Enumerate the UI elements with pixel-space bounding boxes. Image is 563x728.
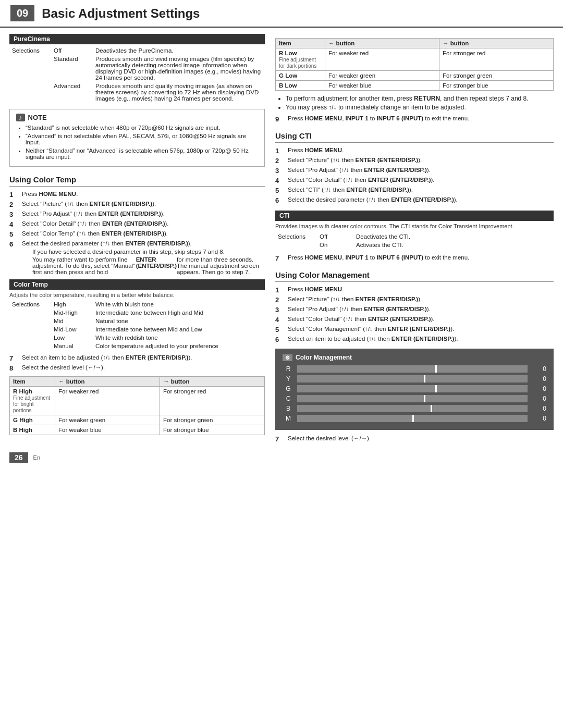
- bold-enter-cm5: ENTER (ENTER/DISP.): [388, 326, 451, 332]
- purecinema-section: PureCinema Selections Off Deactivates th…: [9, 34, 265, 103]
- purecinema-desc-off: Deactivates the PureCinema.: [93, 46, 265, 55]
- bold-enter-cti6: ENTER (ENTER/DISP.): [391, 196, 454, 203]
- cm-marker-y: [424, 375, 425, 382]
- table-row: Mid-Low Intermediate tone between Mid an…: [9, 325, 265, 334]
- table-row: Mid-High Intermediate tone between High …: [9, 309, 265, 317]
- cti-step-num-4: 4: [275, 177, 286, 184]
- table-row: B Low For weaker blue For stronger blue: [276, 81, 554, 91]
- adj-item-rhigh-note: Fine adjustment for bright portions: [13, 395, 50, 413]
- table-row: On Activates the CTI.: [275, 241, 554, 249]
- bold-input1-cti7: INPUT 1: [346, 254, 369, 261]
- ct-desc-mid: Natural tone: [93, 317, 265, 325]
- cm-step-num-7: 7: [275, 435, 286, 443]
- bold-enter-cti2: ENTER (ENTER/DISP.): [356, 157, 419, 163]
- adj-item-rhigh: R High Fine adjustment for bright portio…: [10, 387, 55, 415]
- cm-bar-m: [297, 415, 528, 422]
- cti-box: CTI Provides images with clearer color c…: [275, 211, 554, 249]
- cti-step-text-4: Select "Color Detail" (↑/↓ then ENTER (E…: [288, 177, 554, 183]
- list-item: 1 Press HOME MENU.: [275, 147, 554, 155]
- step9-container: 9 Press HOME MENU, INPUT 1 to INPUT 6 (I…: [275, 115, 554, 123]
- ct-label-blank3: [9, 325, 51, 334]
- cti-step-num-3: 3: [275, 167, 286, 175]
- list-item: 4 Select "Color Detail" (↑/↓ then ENTER …: [275, 316, 554, 324]
- bold-home-menu-cti7: HOME MENU: [305, 254, 342, 261]
- cti-label-selections: Selections: [275, 232, 317, 241]
- note-item-2: “Advanced” is not selectable when PAL, S…: [26, 133, 258, 145]
- adj-left-glow: For weaker green: [325, 71, 439, 81]
- cti-step-text-1: Press HOME MENU.: [288, 147, 554, 153]
- table-row: Standard Produces smooth and vivid movin…: [9, 55, 265, 82]
- list-item: 4 Select "Color Detail" (↑/↓ then ENTER …: [275, 177, 554, 184]
- bold-input6-cti7: INPUT 6 (INPUT): [377, 254, 423, 261]
- color-temp-header: Color Temp: [9, 279, 265, 290]
- bold-enter-cm3: ENTER (ENTER/DISP.): [364, 306, 427, 312]
- purecinema-desc-advanced: Produces smooth and quality moving image…: [93, 82, 265, 103]
- list-item: 1 Press HOME MENU.: [9, 191, 265, 199]
- cm-value-m: 0: [531, 415, 546, 422]
- cm-marker-m: [412, 415, 414, 422]
- cm-step-text-4: Select "Color Detail" (↑/↓ then ENTER (E…: [288, 316, 554, 322]
- purecinema-option-off: Off: [51, 46, 93, 55]
- step-num-2: 2: [9, 201, 20, 208]
- page-footer: 26 En: [0, 448, 563, 467]
- step-num-9: 9: [275, 115, 286, 123]
- cti-option-off: Off: [317, 232, 353, 241]
- step-text-6: Select the desired parameter (↑/↓ then E…: [22, 240, 265, 277]
- ct-label-blank: [9, 309, 51, 317]
- cm-value-r: 0: [531, 365, 546, 373]
- adj-th-right-low: → button: [439, 39, 553, 48]
- step-text-8: Select the desired level (←/→).: [22, 364, 265, 371]
- list-item: 7 Select an item to be adjusted (↑/↓ the…: [9, 354, 265, 362]
- adj-table-high: Item ← button → button R High Fine adjus…: [9, 376, 265, 435]
- note-item-1: “Standard” is not selectable when 480p o…: [26, 125, 258, 131]
- note-title: ♪ NOTE: [16, 114, 258, 121]
- cm-step-num-1: 1: [275, 286, 286, 294]
- purecinema-label-blank2: [9, 82, 51, 103]
- ct-desc-high: White with bluish tone: [93, 300, 265, 309]
- adj-item-ghigh-label: G High: [13, 417, 33, 423]
- content-columns: PureCinema Selections Off Deactivates th…: [0, 34, 563, 443]
- step-num-6: 6: [9, 240, 20, 248]
- note-label: NOTE: [28, 114, 47, 121]
- table-row: Item ← button → button: [10, 377, 265, 387]
- cm-label-m: M: [283, 415, 294, 422]
- cti-step7-container: 7 Press HOME MENU, INPUT 1 to INPUT 6 (I…: [275, 254, 554, 262]
- cm-marker-b: [431, 405, 432, 412]
- cm-marker-c: [424, 395, 425, 402]
- cm-step-num-5: 5: [275, 326, 286, 334]
- bold-enter-cti3: ENTER (ENTER/DISP.): [364, 167, 427, 173]
- cti-step-text-7: Press HOME MENU, INPUT 1 to INPUT 6 (INP…: [288, 254, 554, 261]
- bold-home-menu: HOME MENU: [39, 191, 77, 197]
- adj-item-glow: G Low: [276, 71, 325, 81]
- color-temp-desc: Adjusts the color temperature, resulting…: [9, 292, 265, 298]
- purecinema-option-advanced: Advanced: [51, 82, 93, 103]
- step-text-1: Press HOME MENU.: [22, 191, 265, 197]
- cm-step-text-3: Select "Pro Adjust" (↑/↓ then ENTER (ENT…: [288, 306, 554, 312]
- sub-bullet-2: You may rather want to perform fine adju…: [32, 256, 265, 275]
- page-language: En: [33, 454, 40, 461]
- bold-enter: ENTER (ENTER/DISP.): [90, 201, 153, 207]
- ct-label-blank2: [9, 317, 51, 325]
- bold-enter: ENTER (ENTER/DISP.): [125, 240, 188, 246]
- step-text-3: Select "Pro Adjust" (↑/↓ then ENTER (ENT…: [22, 211, 265, 217]
- adj-left-rhigh: For weaker red: [55, 387, 160, 415]
- step-text-7: Select an item to be adjusted (↑/↓ then …: [22, 354, 265, 361]
- cm-bar-b: [297, 405, 528, 412]
- bold-enter-cm4: ENTER (ENTER/DISP.): [368, 316, 431, 322]
- ct-desc-midlow: Intermediate tone between Mid and Low: [93, 325, 265, 334]
- adj-item-rlow-note: Fine adjustment for dark portions: [279, 57, 316, 69]
- cm-bar-c: [297, 395, 528, 402]
- cm-label-g: G: [283, 385, 294, 392]
- bold-input6: INPUT 6 (INPUT): [377, 115, 423, 121]
- adj-left-ghigh: For weaker green: [55, 415, 160, 425]
- bold-enter: ENTER (ENTER/DISP.): [101, 230, 164, 237]
- list-item: 6 Select the desired parameter (↑/↓ then…: [9, 240, 265, 277]
- bold-enter: ENTER (ENTER/DISP.): [98, 211, 161, 217]
- cm-step-num-6: 6: [275, 336, 286, 343]
- step-num-4: 4: [9, 220, 20, 228]
- table-row: Selections Off Deactivates the CTI.: [275, 232, 554, 241]
- cm-step-text-6: Select an item to be adjusted (↑/↓ then …: [288, 336, 554, 342]
- bullets-after-low: To perform adjustment for another item, …: [275, 95, 554, 111]
- bold-hm-cti1: HOME MENU: [305, 147, 342, 153]
- bold-enter-cti4: ENTER (ENTER/DISP.): [368, 177, 431, 183]
